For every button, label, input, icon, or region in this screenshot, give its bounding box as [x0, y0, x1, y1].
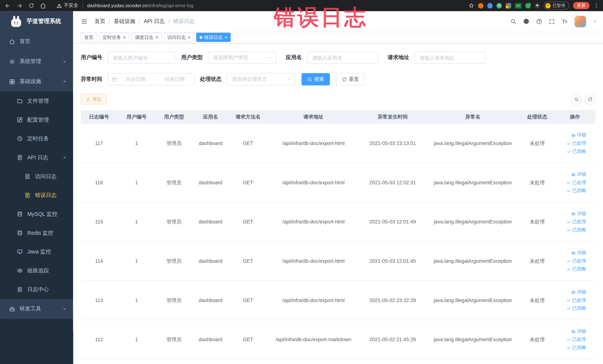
sidebar-item-error-logs[interactable]: 错误日志 [0, 186, 73, 205]
tag-access-logs[interactable]: 访问日志× [164, 33, 194, 42]
cell-user-id: 1 [117, 163, 156, 202]
font-size-icon[interactable] [561, 18, 568, 25]
reload-icon[interactable] [29, 3, 34, 9]
app-logo-row[interactable]: 芋道管理系统 [0, 11, 73, 32]
user-id-input[interactable] [108, 52, 175, 64]
cell-log-id: 113 [81, 281, 117, 320]
app-name-input[interactable] [307, 52, 379, 64]
github-icon[interactable] [523, 18, 529, 25]
mark-processed-link[interactable]: 已处理 [567, 179, 586, 186]
detail-link[interactable]: 详细 [571, 132, 586, 139]
search-button[interactable]: 搜索 [302, 73, 330, 85]
mark-processed-link[interactable]: 已处理 [567, 297, 586, 304]
refresh-table-button[interactable] [584, 94, 595, 105]
mark-processed-link[interactable]: 已处理 [567, 218, 586, 225]
chrome-update-button[interactable]: 更新 [573, 2, 590, 9]
extension-on-icon[interactable]: on [515, 3, 522, 8]
close-icon[interactable]: × [155, 35, 158, 40]
extension-grid-icon[interactable] [506, 3, 511, 8]
sidebar-item-access-logs[interactable]: 访问日志 [0, 167, 73, 186]
table-toolbar: 导出 [81, 94, 595, 105]
sidebar-item-label: Redis 监控 [27, 230, 53, 236]
fullscreen-icon[interactable] [549, 18, 555, 24]
sidebar-item-dev-tools[interactable]: 研发工具 [0, 299, 73, 319]
sidebar-item-label: API 日志 [27, 154, 48, 161]
detail-link[interactable]: 详细 [571, 211, 586, 217]
mark-processed-link[interactable]: 已处理 [567, 258, 586, 264]
site-security-chip[interactable]: 不安全 [57, 2, 78, 9]
mark-processed-link[interactable]: 已处理 [567, 140, 586, 146]
help-icon[interactable] [536, 18, 542, 24]
bookmark-star-icon[interactable] [468, 3, 474, 9]
cell-log-id: 117 [81, 124, 117, 163]
export-button[interactable]: 导出 [81, 94, 107, 105]
process-status-select[interactable]: 请选择处理状态 [227, 73, 295, 85]
home-icon[interactable] [40, 2, 46, 9]
sidebar-item-infrastructure[interactable]: 基础设施 [0, 71, 73, 92]
search-icon[interactable] [510, 18, 516, 24]
sidebar-item-mysql-monitor[interactable]: MySQL 监控 [0, 205, 73, 224]
extension-leaf-icon[interactable] [525, 3, 531, 8]
date-range-picker[interactable]: 开始日期 - 结束日期 [108, 73, 195, 85]
breadcrumb-item[interactable]: 基础设施 [114, 18, 135, 25]
caret-down-icon[interactable] [593, 19, 597, 23]
request-url-input[interactable] [415, 52, 486, 64]
request-url-label: 请求地址 [388, 54, 409, 61]
vue-devtools-icon[interactable]: V [496, 3, 502, 8]
browser-menu-icon[interactable] [593, 3, 599, 9]
cell-process-status: 未处理 [520, 281, 555, 320]
sidebar-item-system[interactable]: 系统管理 [0, 52, 73, 71]
close-icon[interactable]: × [225, 35, 227, 40]
document-icon [17, 155, 23, 160]
back-icon[interactable] [5, 2, 11, 9]
tag-dispatch-logs[interactable]: 调度日志× [132, 33, 162, 42]
sidebar-toggle-button[interactable] [81, 18, 88, 25]
cell-process-status: 未处理 [520, 242, 555, 281]
tag-error-logs[interactable]: 错误日志× [196, 33, 231, 42]
profile-paused-chip[interactable]: 已暂停 [544, 1, 569, 10]
mark-ignored-link[interactable]: 已忽略 [567, 266, 586, 272]
browser-nav-buttons [0, 2, 46, 9]
extensions-pin-icon[interactable] [534, 3, 540, 8]
cell-method: GET [229, 281, 267, 320]
detail-link[interactable]: 详细 [571, 328, 586, 335]
mark-ignored-link[interactable]: 已忽略 [567, 148, 586, 155]
sidebar-item-redis-monitor[interactable]: Redis 监控 [0, 223, 73, 242]
tag-scheduled-tasks[interactable]: 定时任务× [99, 33, 129, 42]
detail-link[interactable]: 详细 [571, 250, 586, 256]
document-icon [25, 174, 30, 179]
app-logo [10, 15, 22, 27]
sidebar-item-home[interactable]: 首页 [0, 32, 73, 52]
toggle-search-button[interactable] [571, 94, 581, 105]
sidebar-item-tracing[interactable]: 链路追踪 [0, 261, 73, 280]
sidebar-item-scheduled-tasks[interactable]: 定时任务 [0, 129, 73, 148]
sidebar-item-api-logs[interactable]: API 日志 [0, 148, 73, 167]
close-icon[interactable]: × [123, 35, 126, 40]
mark-ignored-link[interactable]: 已忽略 [567, 227, 586, 233]
address-bar[interactable]: dashboard.yudao.iocoder.cn/infra/log/api… [87, 3, 194, 8]
user-avatar[interactable] [574, 16, 586, 27]
extension-icon[interactable] [478, 3, 483, 8]
sidebar-item-java-monitor[interactable]: Java 监控 [0, 242, 73, 261]
extension-icon[interactable] [487, 3, 493, 8]
breadcrumb-item[interactable]: API 日志 [144, 18, 165, 25]
mark-ignored-link[interactable]: 已忽略 [567, 344, 586, 351]
reset-button[interactable]: 重置 [336, 73, 365, 85]
mark-ignored-link[interactable]: 已忽略 [567, 305, 586, 312]
close-icon[interactable]: × [188, 35, 190, 40]
sidebar-item-log-center[interactable]: 日志中心 [0, 280, 73, 299]
document-icon [17, 287, 23, 293]
user-type-select[interactable]: 请选择用户类型 [208, 52, 276, 64]
detail-link[interactable]: 详细 [571, 289, 586, 295]
breadcrumb-item[interactable]: 首页 [94, 18, 105, 25]
detail-link[interactable]: 详细 [571, 171, 586, 178]
forward-icon[interactable] [16, 2, 23, 9]
mark-ignored-link[interactable]: 已忽略 [567, 187, 586, 194]
mark-processed-link[interactable]: 已处理 [567, 336, 586, 343]
tag-home[interactable]: 首页 [81, 33, 97, 42]
column-header: 请求方法名 [229, 110, 267, 124]
sidebar-item-config-management[interactable]: 配置管理 [0, 110, 73, 129]
processed-label: 已处理 [572, 297, 586, 304]
sidebar-item-file-management[interactable]: 文件管理 [0, 92, 73, 110]
toolbox-icon [9, 306, 15, 312]
